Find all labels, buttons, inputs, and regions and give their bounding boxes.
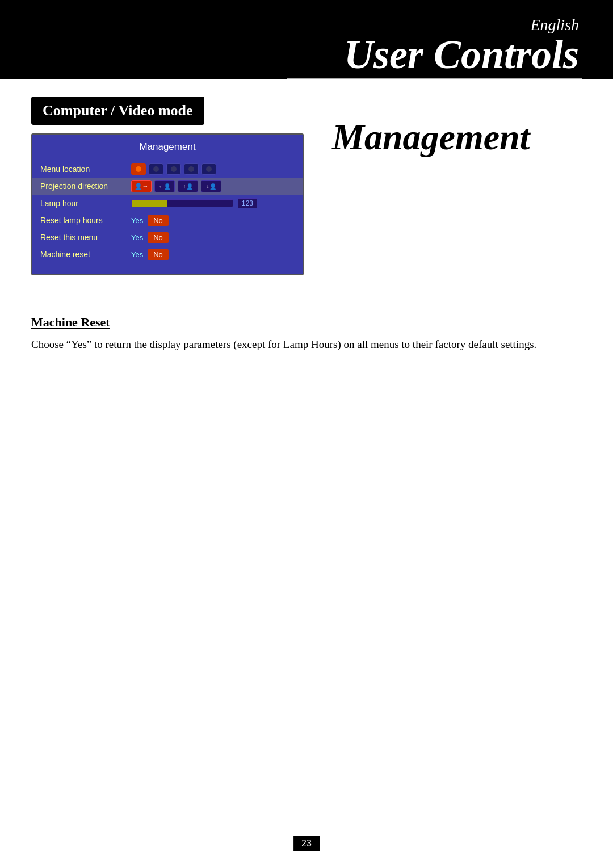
reset-this-menu-row: Reset this menu Yes No — [32, 229, 303, 246]
page-number: 23 — [293, 836, 320, 851]
dot-icon-3 — [171, 166, 177, 172]
lamp-bar-fill — [132, 200, 167, 207]
no-btn-reset-lamp[interactable]: No — [148, 215, 169, 226]
menu-location-label: Menu location — [40, 165, 131, 174]
dot-icon-1 — [136, 166, 141, 172]
page-title: User Controls — [344, 34, 579, 75]
osd-panel: Management Menu location — [31, 133, 304, 275]
main-content: Computer / Video mode Management Menu lo… — [0, 79, 613, 298]
lamp-hour-row: Lamp hour 123 — [32, 195, 303, 212]
menu-loc-btn-5[interactable] — [201, 163, 216, 175]
proj-dir-btn-3[interactable]: ↑👤 — [178, 180, 198, 192]
lamp-hour-controls: 123 — [131, 198, 295, 208]
reset-lamp-hours-row: Reset lamp hours Yes No — [32, 212, 303, 229]
menu-loc-btn-2[interactable] — [149, 163, 163, 175]
description-section: Machine Reset Choose “Yes” to return the… — [0, 315, 613, 353]
reset-this-menu-controls: Yes No — [131, 232, 295, 243]
menu-loc-btn-1[interactable] — [131, 163, 146, 175]
no-btn-machine-reset[interactable]: No — [148, 249, 169, 260]
osd-spacer — [32, 263, 303, 267]
yn-group-reset-menu: Yes No — [131, 232, 169, 243]
yes-label-reset-lamp[interactable]: Yes — [131, 216, 143, 225]
lamp-hour-value: 123 — [238, 198, 257, 208]
lamp-bar — [131, 199, 233, 207]
machine-reset-controls: Yes No — [131, 249, 295, 260]
dot-icon-4 — [188, 166, 194, 172]
title-rule — [287, 78, 582, 79]
proj-dir-btn-1[interactable]: 👤→ — [131, 180, 152, 192]
yn-group-reset-lamp: Yes No — [131, 215, 169, 226]
no-btn-reset-menu[interactable]: No — [148, 232, 169, 243]
machine-reset-row: Machine reset Yes No — [32, 246, 303, 263]
dot-icon-5 — [206, 166, 212, 172]
proj-dir-btn-4[interactable]: ↓👤 — [201, 180, 221, 192]
description-body: Choose “Yes” to return the display param… — [31, 337, 582, 353]
projection-direction-row: Projection direction 👤→ 👤→ ↑👤 — [32, 178, 303, 195]
reset-lamp-hours-label: Reset lamp hours — [40, 216, 131, 225]
lamp-hour-label: Lamp hour — [40, 199, 131, 208]
menu-loc-btn-4[interactable] — [184, 163, 199, 175]
right-column: Management — [332, 97, 582, 275]
menu-location-controls — [131, 163, 295, 175]
menu-loc-btn-3[interactable] — [166, 163, 181, 175]
reset-this-menu-label: Reset this menu — [40, 233, 131, 242]
mode-banner: Computer / Video mode — [31, 97, 204, 125]
management-title: Management — [332, 119, 582, 156]
projection-direction-label: Projection direction — [40, 182, 131, 191]
machine-reset-osd-label: Machine reset — [40, 250, 131, 259]
proj-dir-btn-2[interactable]: 👤→ — [154, 180, 175, 192]
yes-label-reset-menu[interactable]: Yes — [131, 233, 143, 242]
osd-title: Management — [32, 141, 303, 153]
reset-lamp-hours-controls: Yes No — [131, 215, 295, 226]
menu-location-row: Menu location — [32, 161, 303, 178]
machine-reset-heading: Machine Reset — [31, 315, 582, 330]
projection-direction-controls: 👤→ 👤→ ↑👤 ↓👤 — [131, 180, 295, 192]
top-bar: English User Controls — [0, 0, 613, 79]
dot-icon-2 — [153, 166, 159, 172]
yn-group-machine-reset: Yes No — [131, 249, 169, 260]
yes-label-machine-reset[interactable]: Yes — [131, 250, 143, 259]
left-column: Computer / Video mode Management Menu lo… — [31, 97, 309, 275]
